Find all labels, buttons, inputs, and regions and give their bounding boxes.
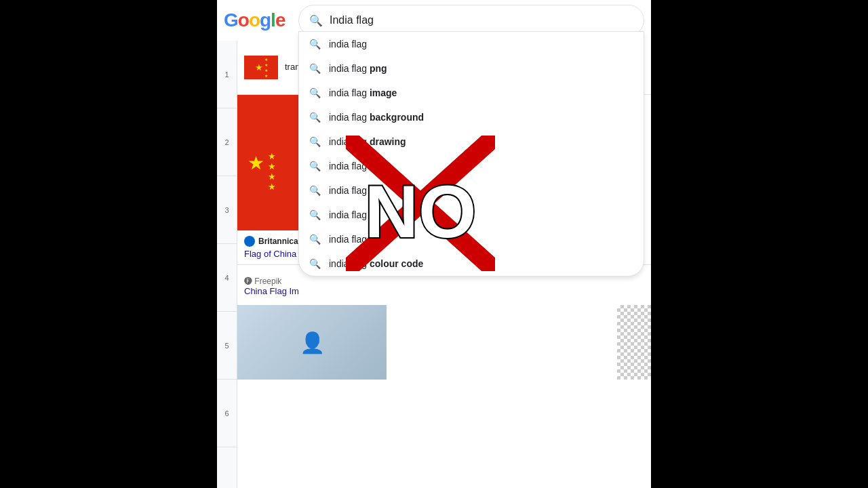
logo-g2: g (260, 9, 271, 30)
freepik-name: Freepik (254, 277, 281, 286)
ac-text-1: india flag (329, 39, 367, 49)
ac-text-3: india flag image (329, 87, 397, 98)
checkerboard-pattern (617, 305, 651, 380)
cf-sm-star-4: ★ (264, 73, 268, 78)
ac-bold-2: png (370, 63, 387, 74)
britannica-icon (244, 236, 255, 247)
cf-sm-star-1: ★ (264, 57, 268, 62)
autocomplete-item-4[interactable]: 🔍 india flag background (299, 105, 644, 129)
page-num-5: 5 (217, 312, 237, 380)
ac-bold-4: background (370, 112, 424, 123)
page-numbers: 1 2 3 4 5 6 (217, 41, 237, 488)
china-small-star-4: ★ (268, 182, 276, 192)
logo-e: e (275, 9, 285, 30)
freepik-icon: 🅕 (244, 277, 252, 286)
ac-text-10: india flag colour code (329, 258, 423, 269)
ac-text-8: india flag p (329, 209, 375, 220)
google-page: Google 🔍 India flag 🔍 india flag 🔍 india… (217, 0, 651, 488)
ac-search-icon-7: 🔍 (309, 185, 321, 196)
china-small-star-1: ★ (268, 151, 276, 161)
logo-o2: o (249, 9, 260, 30)
page-num-3: 3 (217, 176, 237, 244)
britannica-name: Britannica (258, 237, 298, 246)
ac-search-icon-4: 🔍 (309, 112, 321, 123)
autocomplete-item-7[interactable]: 🔍 india flag lo (299, 178, 644, 203)
ac-search-icon-2: 🔍 (309, 63, 321, 74)
ac-text-5: india flag drawing (329, 136, 406, 147)
china-flag-main-star: ★ (248, 152, 264, 174)
china-flag-small-star-big: ★ (255, 62, 263, 73)
logo-g: G (224, 9, 238, 30)
left-panel (0, 0, 217, 488)
autocomplete-item-5[interactable]: 🔍 india flag drawing (299, 129, 644, 154)
search-query: India flag (330, 14, 374, 26)
page-num-1: 1 (217, 41, 237, 108)
bottom-thumb-image: 👤 (237, 305, 387, 380)
search-icon: 🔍 (309, 14, 323, 27)
autocomplete-item-1[interactable]: 🔍 india flag (299, 32, 644, 56)
ac-text-7: india flag lo (329, 185, 377, 196)
ac-text-4: india flag background (329, 112, 424, 123)
ac-search-icon-3: 🔍 (309, 87, 321, 98)
china-flag-small: ★ ★ ★ ★ ★ (244, 56, 278, 79)
autocomplete-dropdown: 🔍 india flag 🔍 india flag png 🔍 india fl… (298, 31, 644, 277)
china-flag-small-stars-group: ★ ★ ★ ★ (264, 57, 268, 78)
ac-search-icon-1: 🔍 (309, 39, 321, 49)
ac-text-2: india flag png (329, 63, 387, 74)
cf-sm-star-3: ★ (264, 68, 268, 73)
ac-text-6: india flag m (329, 161, 378, 171)
autocomplete-item-9[interactable]: 🔍 india flag on (299, 227, 644, 251)
ac-search-icon-6: 🔍 (309, 161, 321, 171)
autocomplete-item-6[interactable]: 🔍 india flag m (299, 154, 644, 178)
ac-bold-9: on (370, 234, 381, 245)
google-logo: Google (224, 9, 285, 31)
logo-o1: o (238, 9, 249, 30)
ac-bold-3: image (370, 87, 397, 98)
ac-search-icon-9: 🔍 (309, 234, 321, 245)
main-content: Google 🔍 India flag 🔍 india flag 🔍 india… (217, 0, 651, 488)
ac-bold-5: drawing (370, 136, 406, 147)
freepik-source: 🅕 Freepik (244, 277, 299, 286)
ac-text-9: india flag on (329, 234, 381, 245)
china-small-star-3: ★ (268, 171, 276, 182)
thumb-person-icon: 👤 (300, 331, 325, 354)
cf-sm-star-2: ★ (264, 62, 268, 67)
freepik-info: 🅕 Freepik China Flag Im (244, 277, 299, 296)
autocomplete-item-8[interactable]: 🔍 india flag p (299, 203, 644, 227)
logo-l: l (271, 9, 275, 30)
autocomplete-item-2[interactable]: 🔍 india flag png (299, 56, 644, 81)
ac-search-icon-10: 🔍 (309, 258, 321, 269)
page-num-2: 2 (217, 108, 237, 176)
right-panel (651, 0, 868, 488)
china-small-star-2: ★ (268, 161, 276, 171)
autocomplete-item-3[interactable]: 🔍 india flag image (299, 81, 644, 105)
freepik-title[interactable]: China Flag Im (244, 286, 299, 296)
autocomplete-item-10[interactable]: 🔍 india flag colour code (299, 251, 644, 276)
page-num-6: 6 (217, 380, 237, 447)
ac-search-icon-8: 🔍 (309, 209, 321, 220)
page-num-4: 4 (217, 244, 237, 312)
bottom-thumbnail: 👤 (237, 305, 387, 380)
china-flag-small-stars: ★ ★ ★ ★ (268, 151, 276, 175)
ac-search-icon-5: 🔍 (309, 136, 321, 147)
ac-bold-10: colour code (370, 258, 423, 269)
